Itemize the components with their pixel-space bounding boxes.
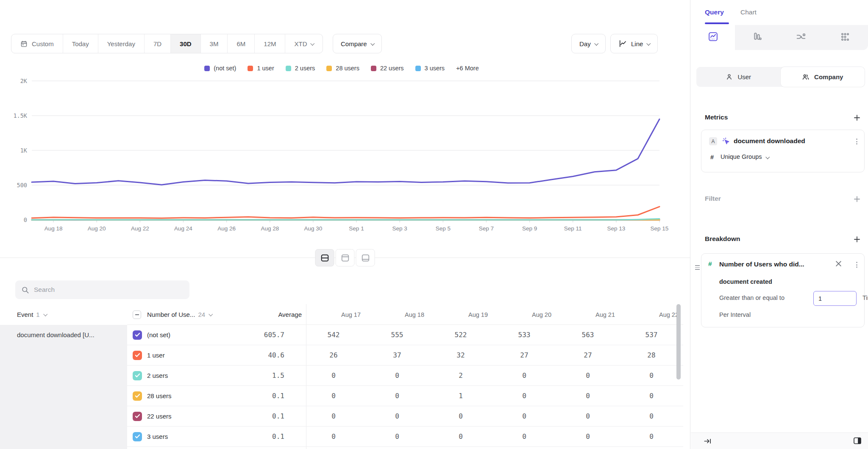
date-column-header[interactable]: Aug 19 bbox=[446, 304, 510, 325]
svg-text:Sep 3: Sep 3 bbox=[392, 225, 407, 232]
table-row[interactable]: 2 users1.5002000 bbox=[127, 366, 683, 386]
date-range-7d[interactable]: 7D bbox=[145, 34, 171, 53]
series-column-header[interactable]: Number of Use... 24 bbox=[147, 304, 212, 325]
breakdown-event-name[interactable]: document created bbox=[719, 278, 772, 285]
compare-button[interactable]: Compare bbox=[333, 34, 382, 53]
add-filter-button[interactable] bbox=[854, 196, 860, 202]
legend-more-link[interactable]: +6 More bbox=[456, 65, 479, 72]
table-row[interactable]: 22 users0.1000000 bbox=[127, 406, 683, 427]
date-range-custom[interactable]: Custom bbox=[11, 34, 63, 53]
date-range-group: CustomTodayYesterday7D30D3M6M12MXTD bbox=[11, 34, 323, 53]
event-row[interactable]: document downloaded [U... bbox=[0, 325, 127, 338]
breakdown-more-menu[interactable] bbox=[855, 261, 859, 269]
date-range-today[interactable]: Today bbox=[63, 34, 98, 53]
series-checkbox[interactable] bbox=[133, 351, 142, 360]
close-icon[interactable] bbox=[835, 261, 842, 269]
svg-text:1K: 1K bbox=[20, 147, 28, 154]
legend-item[interactable]: 28 users bbox=[326, 65, 359, 72]
series-checkbox[interactable] bbox=[133, 371, 142, 380]
chart-type-line-button[interactable] bbox=[691, 25, 735, 50]
table-scrollbar[interactable] bbox=[676, 304, 681, 380]
data-cell: 0 bbox=[620, 412, 683, 420]
layout-split-button[interactable] bbox=[315, 249, 334, 266]
table-row[interactable]: (not set)605.7542555522533563537 bbox=[127, 325, 683, 345]
svg-text:Sep 11: Sep 11 bbox=[564, 225, 582, 232]
bar-chart-icon bbox=[752, 31, 762, 44]
panel-bottom-bar bbox=[691, 432, 868, 449]
split-view-icon[interactable] bbox=[853, 437, 862, 446]
series-checkbox[interactable] bbox=[133, 391, 142, 401]
panel-tabs: Query Chart bbox=[691, 0, 868, 25]
breakdown-card[interactable]: # Number of Users who did... document cr… bbox=[701, 253, 865, 327]
chart-type-dropdown[interactable]: Line bbox=[610, 34, 658, 53]
scope-company-option[interactable]: Company bbox=[781, 67, 865, 87]
date-range-xtd[interactable]: XTD bbox=[285, 34, 323, 53]
legend-item[interactable]: (not set) bbox=[204, 65, 236, 72]
tab-chart[interactable]: Chart bbox=[740, 8, 757, 16]
svg-text:Aug 26: Aug 26 bbox=[217, 225, 236, 232]
breakdown-title: Number of Users who did... bbox=[719, 261, 804, 268]
date-range-label: Yesterday bbox=[107, 40, 135, 47]
add-metric-button[interactable] bbox=[854, 114, 860, 121]
legend-item[interactable]: 1 user bbox=[248, 65, 274, 72]
chart-type-bar-button[interactable] bbox=[735, 25, 779, 50]
per-interval-label[interactable]: Per Interval bbox=[719, 311, 751, 318]
table-row[interactable]: 1 user40.6263732272728 bbox=[127, 345, 683, 366]
event-column-header[interactable]: Event 1 bbox=[17, 304, 47, 325]
date-range-6m[interactable]: 6M bbox=[228, 34, 255, 53]
series-checkbox[interactable] bbox=[133, 412, 142, 421]
table-row[interactable]: 3 users0.1000000 bbox=[127, 427, 683, 447]
search-input[interactable] bbox=[34, 286, 184, 294]
line-chart[interactable]: 2K1.5K1K5000Aug 18Aug 20Aug 22Aug 24Aug … bbox=[0, 76, 683, 238]
line-chart-icon bbox=[708, 31, 718, 44]
tab-query[interactable]: Query bbox=[705, 8, 724, 16]
average-value: 0.1 bbox=[224, 432, 284, 441]
svg-text:0: 0 bbox=[24, 216, 27, 223]
metric-card[interactable]: A document downloaded # Unique Groups bbox=[701, 130, 865, 172]
series-checkbox[interactable] bbox=[133, 432, 142, 441]
flow-chart-icon-button[interactable] bbox=[779, 25, 823, 50]
collapse-panel-icon[interactable] bbox=[704, 438, 712, 446]
metric-more-menu[interactable] bbox=[855, 137, 859, 146]
data-cell: 0 bbox=[620, 371, 683, 380]
add-breakdown-button[interactable] bbox=[854, 236, 860, 243]
legend-item[interactable]: 22 users bbox=[371, 65, 404, 72]
chevron-down-icon bbox=[765, 155, 770, 159]
svg-text:Sep 15: Sep 15 bbox=[651, 225, 669, 232]
date-column-header[interactable]: Aug 20 bbox=[510, 304, 573, 325]
chevron-down-icon bbox=[370, 41, 375, 45]
date-column-header[interactable]: Aug 17 bbox=[319, 304, 383, 325]
date-range-3m[interactable]: 3M bbox=[201, 34, 228, 53]
date-range-12m[interactable]: 12M bbox=[255, 34, 285, 53]
average-column-header[interactable]: Average bbox=[229, 304, 302, 325]
date-range-yesterday[interactable]: Yesterday bbox=[98, 34, 145, 53]
times-value-input[interactable] bbox=[813, 291, 857, 306]
drag-handle-icon[interactable] bbox=[695, 265, 700, 270]
legend-item[interactable]: 3 users bbox=[415, 65, 445, 72]
grid-view-icon-button[interactable] bbox=[823, 25, 867, 50]
legend-swatch bbox=[204, 66, 210, 71]
layout-table-only-button[interactable] bbox=[356, 249, 375, 266]
metric-event-name[interactable]: document downloaded bbox=[734, 137, 805, 145]
series-checkbox[interactable] bbox=[133, 330, 142, 340]
scope-user-option[interactable]: User bbox=[696, 67, 781, 87]
line-chart-icon bbox=[618, 39, 627, 48]
aggregation-selector[interactable]: Unique Groups bbox=[721, 153, 769, 160]
data-cell: 0 bbox=[365, 412, 429, 420]
average-header-label: Average bbox=[278, 311, 302, 318]
date-column-header[interactable]: Aug 22 bbox=[637, 304, 690, 325]
date-column-header[interactable]: Aug 18 bbox=[383, 304, 446, 325]
svg-text:Sep 7: Sep 7 bbox=[479, 225, 494, 232]
date-column-header[interactable]: Aug 21 bbox=[573, 304, 637, 325]
layout-chart-only-button[interactable] bbox=[336, 249, 355, 266]
data-cell: 0 bbox=[556, 432, 620, 441]
legend-item[interactable]: 2 users bbox=[286, 65, 315, 72]
data-cell: 28 bbox=[620, 351, 683, 359]
svg-text:Aug 22: Aug 22 bbox=[131, 225, 149, 232]
interval-dropdown[interactable]: Day bbox=[571, 34, 606, 53]
date-range-30d[interactable]: 30D bbox=[171, 34, 201, 53]
grid-dots-icon bbox=[840, 32, 850, 44]
series-select-all-checkbox[interactable] bbox=[133, 304, 141, 325]
table-row[interactable]: 28 users0.1001000 bbox=[127, 386, 683, 406]
date-range-label: XTD bbox=[294, 40, 307, 47]
